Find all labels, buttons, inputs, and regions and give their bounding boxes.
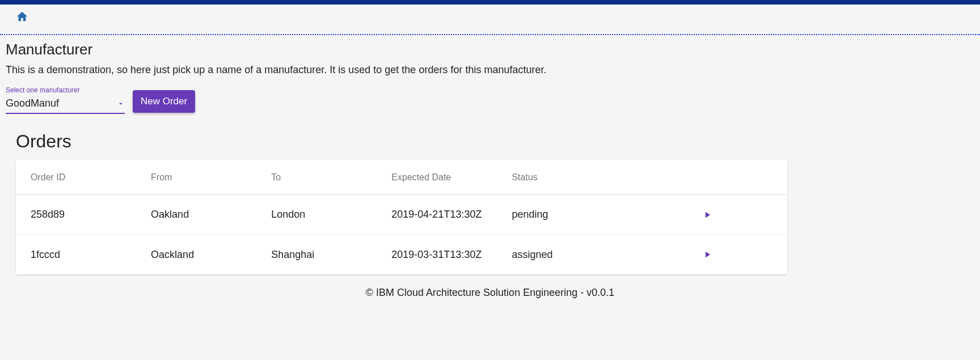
- orders-title: Orders: [16, 131, 964, 152]
- cell-from: Oackland: [151, 249, 271, 261]
- manufacturer-select-value: GoodManuf: [6, 98, 59, 109]
- page-description: This is a demonstration, so here just pi…: [6, 64, 974, 76]
- col-order-id: Order ID: [31, 172, 151, 183]
- cell-order-id: 258d89: [31, 209, 151, 221]
- col-to: To: [271, 172, 391, 183]
- home-icon: [15, 10, 29, 23]
- page-title: Manufacturer: [6, 41, 974, 58]
- col-from: From: [151, 172, 271, 183]
- col-expected-date: Expected Date: [391, 172, 512, 183]
- chevron-down-icon: [117, 100, 125, 108]
- cell-expected-date: 2019-04-21T13:30Z: [391, 209, 512, 221]
- orders-table: Order ID From To Expected Date Status 25…: [16, 160, 787, 274]
- controls-row: Select one manufacturer GoodManuf New Or…: [6, 86, 974, 114]
- footer-text: © IBM Cloud Architecture Solution Engine…: [0, 274, 980, 304]
- nav-row: [0, 5, 980, 34]
- cell-from: Oakland: [151, 209, 271, 221]
- table-row: 258d89OaklandLondon2019-04-21T13:30Zpend…: [16, 195, 787, 235]
- top-bar: [0, 0, 980, 5]
- cell-status: assigned: [512, 249, 642, 261]
- cell-action: [642, 249, 772, 260]
- manufacturer-select-label: Select one manufacturer: [6, 86, 125, 94]
- orders-section: Orders Order ID From To Expected Date St…: [6, 114, 974, 274]
- home-link[interactable]: [15, 10, 29, 23]
- manufacturer-select-control[interactable]: GoodManuf: [6, 95, 125, 114]
- play-icon[interactable]: [702, 210, 712, 220]
- play-icon[interactable]: [702, 249, 712, 260]
- col-status: Status: [512, 172, 642, 183]
- table-row: 1fcccdOacklandShanghai2019-03-31T13:30Za…: [16, 235, 787, 274]
- cell-status: pending: [512, 209, 642, 221]
- cell-to: Shanghai: [271, 249, 391, 261]
- cell-expected-date: 2019-03-31T13:30Z: [391, 249, 512, 261]
- cell-action: [642, 210, 772, 220]
- orders-table-header: Order ID From To Expected Date Status: [16, 160, 787, 195]
- content: Manufacturer This is a demonstration, so…: [0, 35, 980, 274]
- manufacturer-select[interactable]: Select one manufacturer GoodManuf: [6, 86, 125, 114]
- new-order-button[interactable]: New Order: [133, 90, 195, 113]
- cell-to: London: [271, 209, 391, 221]
- cell-order-id: 1fcccd: [31, 249, 151, 261]
